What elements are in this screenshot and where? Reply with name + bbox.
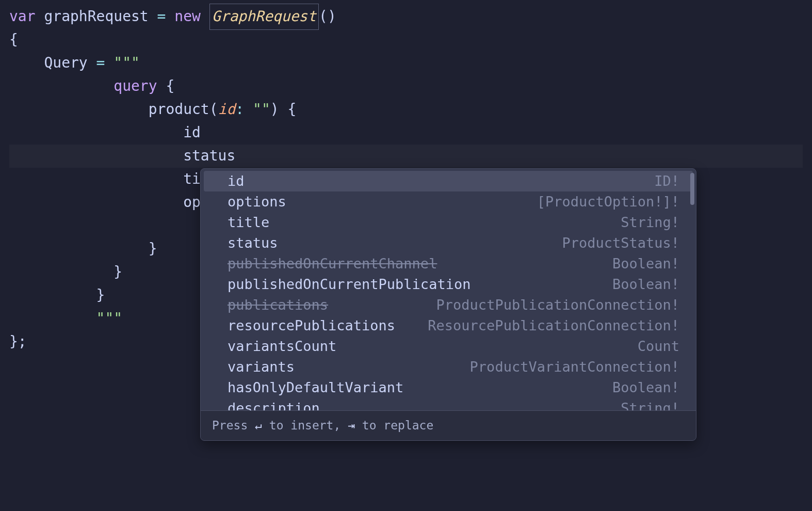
autocomplete-popup[interactable]: idID!options[ProductOption!]!titleString… (200, 168, 696, 441)
autocomplete-list[interactable]: idID!options[ProductOption!]!titleString… (201, 169, 696, 410)
autocomplete-item-resourcePublications[interactable]: resourcePublicationsResourcePublicationC… (201, 315, 696, 336)
autocomplete-item-type: ResourcePublicationConnection! (428, 314, 679, 337)
autocomplete-item-publishedOnCurrentChannel[interactable]: publishedOnCurrentChannelBoolean! (201, 253, 696, 274)
code-line-4: query { (9, 75, 803, 98)
autocomplete-item-type: Boolean! (612, 252, 679, 275)
code-line-7-active: status (9, 145, 803, 168)
brace-close: } (149, 237, 157, 261)
gql-param-id: id (218, 98, 236, 121)
tab-key-icon: ⇥ (348, 419, 355, 432)
keyword-new: new (174, 5, 201, 28)
gql-string: "" (244, 98, 270, 121)
parens: () (319, 5, 336, 28)
autocomplete-item-type: String! (621, 397, 679, 410)
autocomplete-footer: Press ↵ to insert, ⇥ to replace (201, 410, 696, 440)
brace-close: } (113, 261, 122, 284)
autocomplete-item-type: Count (638, 335, 679, 357)
autocomplete-item-type: [ProductOption!]! (537, 190, 679, 213)
autocomplete-item-type: String! (621, 211, 679, 233)
type-name: GraphRequest (209, 4, 319, 30)
gql-field-id: id (183, 121, 201, 145)
autocomplete-item-id[interactable]: idID! (204, 171, 693, 191)
autocomplete-item-name: variants (228, 356, 295, 378)
autocomplete-item-type: ProductStatus! (562, 232, 679, 254)
code-line-3: Query = """ (9, 52, 803, 75)
brace-open: { (9, 28, 18, 52)
autocomplete-item-name: publishedOnCurrentPublication (228, 273, 470, 295)
autocomplete-item-name: description (228, 397, 320, 410)
autocomplete-item-name: publishedOnCurrentChannel (228, 252, 437, 275)
gql-field-status: status (183, 145, 235, 168)
autocomplete-item-type: ProductVariantConnection! (470, 356, 679, 378)
autocomplete-item-variants[interactable]: variantsProductVariantConnection! (201, 357, 696, 377)
autocomplete-item-name: status (228, 232, 278, 254)
keyword-var: var (9, 5, 36, 28)
operator-equals: = (96, 52, 105, 75)
identifier: graphRequest (44, 5, 148, 28)
autocomplete-item-variantsCount[interactable]: variantsCountCount (201, 336, 696, 357)
gql-keyword-query: query (113, 75, 157, 98)
operator-equals: = (157, 5, 166, 28)
brace-close: } (96, 284, 105, 307)
autocomplete-item-status[interactable]: statusProductStatus! (201, 233, 696, 253)
autocomplete-item-hasOnlyDefaultVariant[interactable]: hasOnlyDefaultVariantBoolean! (201, 377, 696, 398)
autocomplete-item-type: Boolean! (612, 273, 679, 295)
code-line-2: { (9, 28, 803, 52)
autocomplete-item-type: ProductPublicationConnection! (436, 294, 679, 316)
autocomplete-item-publishedOnCurrentPublication[interactable]: publishedOnCurrentPublicationBoolean! (201, 274, 696, 295)
autocomplete-item-name: hasOnlyDefaultVariant (228, 376, 403, 398)
autocomplete-item-publications[interactable]: publicationsProductPublicationConnection… (201, 295, 696, 315)
autocomplete-item-type: Boolean! (612, 376, 679, 398)
property-name: Query (44, 52, 87, 75)
autocomplete-item-name: title (228, 211, 269, 233)
triple-quote: """ (113, 52, 140, 75)
autocomplete-item-name: id (228, 170, 245, 192)
autocomplete-item-name: options (228, 190, 286, 213)
autocomplete-item-description[interactable]: descriptionString! (201, 398, 696, 410)
autocomplete-item-title[interactable]: titleString! (201, 212, 696, 233)
code-line-5: product(id: "") { (9, 98, 803, 121)
autocomplete-item-options[interactable]: options[ProductOption!]! (201, 191, 696, 212)
autocomplete-item-name: resourcePublications (228, 314, 395, 337)
code-line-1: var graphRequest = new GraphRequest() (9, 5, 803, 28)
triple-quote-close: """ (96, 307, 123, 330)
autocomplete-item-name: variantsCount (228, 335, 336, 357)
gql-function: product (149, 98, 209, 121)
enter-key-icon: ↵ (255, 419, 262, 432)
autocomplete-item-name: publications (228, 294, 328, 316)
autocomplete-item-type: ID! (654, 170, 679, 192)
scrollbar-thumb[interactable] (690, 173, 694, 205)
code-line-6: id (9, 121, 803, 145)
closing-brace-semi: }; (9, 330, 27, 354)
